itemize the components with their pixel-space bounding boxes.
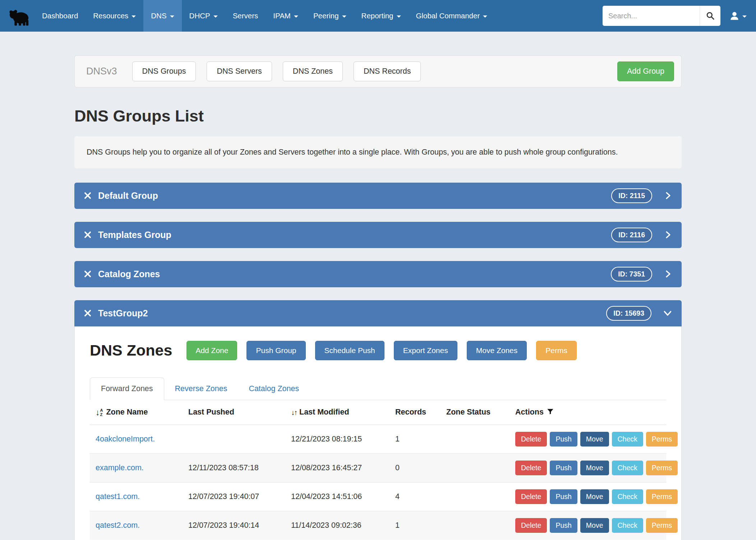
move-button[interactable]: Move xyxy=(580,432,609,447)
table-row: qatest2.com. 12/07/2023 19:40:14 11/14/2… xyxy=(90,511,666,540)
nav-item-servers[interactable]: Servers xyxy=(225,0,266,32)
group-name: Catalog Zones xyxy=(98,269,160,279)
move-button[interactable]: Move xyxy=(580,461,609,475)
col-last-pushed: Last Pushed xyxy=(183,400,285,425)
push-button[interactable]: Push xyxy=(550,518,577,533)
move-button[interactable]: Move xyxy=(580,518,609,533)
schedule-push-button[interactable]: Schedule Push xyxy=(315,341,384,360)
export-zones-button[interactable]: Export Zones xyxy=(394,341,457,360)
delete-button[interactable]: Delete xyxy=(515,489,547,504)
search-button[interactable] xyxy=(700,6,720,26)
group-id-badge: ID: 2115 xyxy=(611,188,652,203)
add-zone-button[interactable]: Add Zone xyxy=(186,341,237,360)
nav-label: Dashboard xyxy=(42,12,78,20)
app-logo[interactable] xyxy=(4,0,34,32)
check-button[interactable]: Check xyxy=(612,489,643,504)
close-icon[interactable] xyxy=(84,231,92,239)
search-icon xyxy=(706,11,715,20)
group-name: Default Group xyxy=(98,191,158,201)
nav-item-resources[interactable]: Resources xyxy=(86,0,143,32)
zone-name-link[interactable]: example.com. xyxy=(96,463,144,472)
last-modified-cell: 11/14/2023 09:02:36 xyxy=(285,511,389,540)
dns-servers-button[interactable]: DNS Servers xyxy=(207,61,272,81)
tab-forward-zones[interactable]: Forward Zones xyxy=(90,377,164,400)
col-last-modified[interactable]: ↓↑Last Modified xyxy=(285,400,389,425)
nav-item-dns[interactable]: DNS xyxy=(143,0,181,32)
chevron-down-icon xyxy=(397,15,401,18)
check-button[interactable]: Check xyxy=(612,518,643,533)
zone-name-link[interactable]: qatest2.com. xyxy=(96,521,140,530)
dns-module-toolbar: DNSv3 DNS Groups DNS Servers DNS Zones D… xyxy=(74,55,682,87)
chevron-right-icon[interactable] xyxy=(664,270,672,278)
check-button[interactable]: Check xyxy=(612,461,643,475)
table-row: 4oakcloneImport. 12/21/2023 08:19:15 1 D… xyxy=(90,425,666,453)
chevron-right-icon[interactable] xyxy=(664,191,672,200)
dns-zones-button[interactable]: DNS Zones xyxy=(283,61,343,81)
add-group-button[interactable]: Add Group xyxy=(617,61,674,81)
delete-button[interactable]: Delete xyxy=(515,461,547,475)
delete-button[interactable]: Delete xyxy=(515,518,547,533)
nav-label: Resources xyxy=(93,12,128,20)
user-menu[interactable] xyxy=(728,8,748,23)
chevron-right-icon[interactable] xyxy=(664,230,672,239)
col-label: Zone Name xyxy=(106,408,148,416)
chevron-down-icon[interactable] xyxy=(663,308,672,318)
dns-records-button[interactable]: DNS Records xyxy=(354,61,421,81)
tab-catalog-zones[interactable]: Catalog Zones xyxy=(238,378,310,400)
records-cell: 4 xyxy=(389,482,441,511)
perms-button[interactable]: Perms xyxy=(536,341,577,360)
push-group-button[interactable]: Push Group xyxy=(246,341,305,360)
push-button[interactable]: Push xyxy=(550,432,577,447)
close-icon[interactable] xyxy=(84,270,92,278)
close-icon[interactable] xyxy=(84,309,92,317)
col-label: Actions xyxy=(515,408,544,416)
zone-name-link[interactable]: 4oakcloneImport. xyxy=(96,435,155,443)
nav-item-ipam[interactable]: IPAM xyxy=(266,0,306,32)
last-modified-cell: 12/08/2023 16:45:27 xyxy=(285,453,389,482)
col-actions: Actions xyxy=(510,400,666,425)
group-expanded-testgroup2: TestGroup2 ID: 15693 DNS Zones Add Zone … xyxy=(74,300,682,540)
group-name: TestGroup2 xyxy=(98,308,148,319)
perms-button[interactable]: Perms xyxy=(646,518,678,533)
group-id-badge: ID: 7351 xyxy=(611,267,652,282)
dns-groups-button[interactable]: DNS Groups xyxy=(132,61,196,81)
push-button[interactable]: Push xyxy=(550,461,577,475)
perms-button[interactable]: Perms xyxy=(646,489,678,504)
nav-label: Global Commander xyxy=(416,12,480,20)
push-button[interactable]: Push xyxy=(550,489,577,504)
col-label: Last Modified xyxy=(299,408,349,416)
delete-button[interactable]: Delete xyxy=(515,432,547,447)
group-id-badge: ID: 15693 xyxy=(606,306,651,321)
col-zone-name[interactable]: ↓AZZone Name xyxy=(90,400,183,425)
nav-item-dashboard[interactable]: Dashboard xyxy=(34,0,86,32)
zone-name-link[interactable]: qatest1.com. xyxy=(96,492,140,501)
filter-icon[interactable] xyxy=(547,408,554,417)
col-zone-status: Zone Status xyxy=(441,400,510,425)
nav-label: DHCP xyxy=(189,12,210,20)
group-bar-testgroup2[interactable]: TestGroup2 ID: 15693 xyxy=(74,300,682,326)
nav-item-peering[interactable]: Peering xyxy=(306,0,354,32)
nav-item-reporting[interactable]: Reporting xyxy=(354,0,409,32)
panda-logo-icon xyxy=(8,5,30,27)
last-pushed-cell: 12/07/2023 19:40:07 xyxy=(183,482,285,511)
nav-label: Servers xyxy=(233,12,258,20)
sort-alpha-icon: ↓AZ xyxy=(96,408,103,417)
group-bar-default-group[interactable]: Default Group ID: 2115 xyxy=(74,183,682,209)
zones-table: ↓AZZone Name Last Pushed ↓↑Last Modified… xyxy=(90,400,666,540)
zones-header: DNS Zones Add Zone Push Group Schedule P… xyxy=(90,341,666,360)
tab-reverse-zones[interactable]: Reverse Zones xyxy=(164,378,238,400)
group-bar-templates-group[interactable]: Templates Group ID: 2116 xyxy=(74,222,682,248)
col-label: Records xyxy=(395,408,426,416)
search-input[interactable] xyxy=(603,6,700,26)
group-bar-catalog-zones[interactable]: Catalog Zones ID: 7351 xyxy=(74,261,682,287)
nav-item-global-commander[interactable]: Global Commander xyxy=(409,0,495,32)
perms-button[interactable]: Perms xyxy=(646,432,678,447)
move-zones-button[interactable]: Move Zones xyxy=(467,341,527,360)
last-pushed-cell: 12/07/2023 19:40:14 xyxy=(183,511,285,540)
perms-button[interactable]: Perms xyxy=(646,461,678,475)
nav-item-dhcp[interactable]: DHCP xyxy=(182,0,225,32)
group-id-badge: ID: 2116 xyxy=(611,228,652,242)
close-icon[interactable] xyxy=(84,192,92,200)
move-button[interactable]: Move xyxy=(580,489,609,504)
check-button[interactable]: Check xyxy=(612,432,643,447)
